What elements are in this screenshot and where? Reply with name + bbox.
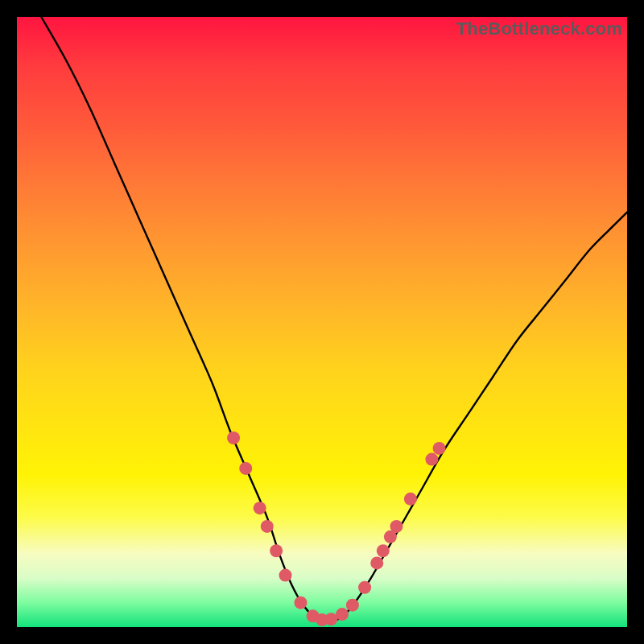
curve-marker bbox=[425, 453, 438, 466]
curve-marker bbox=[294, 597, 307, 609]
curve-marker bbox=[370, 556, 383, 569]
curve-marker bbox=[324, 613, 337, 625]
chart-plot bbox=[17, 17, 627, 627]
curve-marker bbox=[261, 520, 274, 533]
curve-marker bbox=[390, 520, 402, 533]
curve-marker bbox=[254, 502, 266, 514]
curve-marker bbox=[239, 462, 252, 475]
curve-marker bbox=[433, 442, 446, 455]
curve-marker bbox=[227, 431, 240, 444]
curve-marker bbox=[377, 544, 390, 557]
curve-marker bbox=[336, 608, 349, 621]
curve-marker bbox=[358, 581, 371, 594]
curve-marker bbox=[346, 599, 359, 612]
curve-markers bbox=[227, 431, 445, 626]
curve-marker bbox=[279, 569, 292, 582]
bottleneck-curve bbox=[41, 17, 627, 621]
curve-marker bbox=[404, 493, 417, 506]
chart-frame: TheBottleneck.com bbox=[17, 17, 627, 627]
curve-marker bbox=[270, 544, 283, 557]
